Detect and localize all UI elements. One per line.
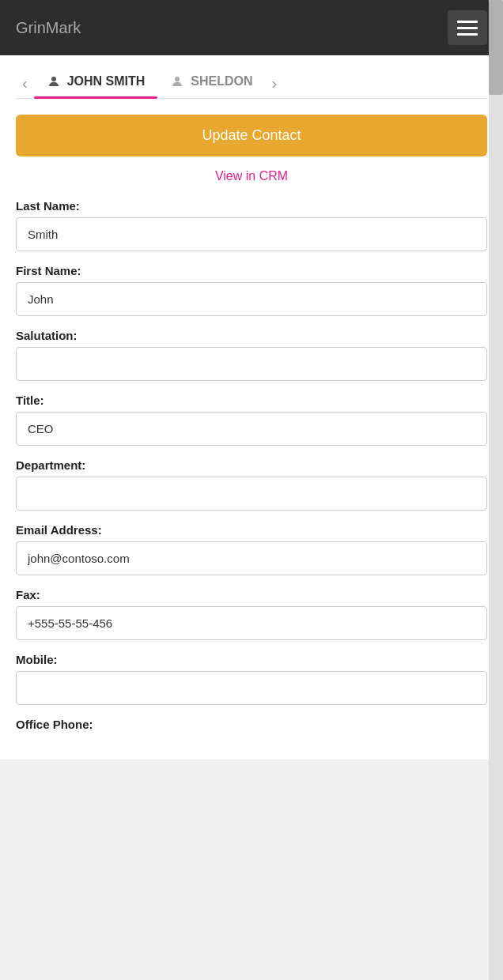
mobile-field-group: Mobile: bbox=[16, 653, 487, 705]
hamburger-menu-button[interactable] bbox=[448, 10, 487, 45]
mobile-label: Mobile: bbox=[16, 653, 487, 666]
last-name-field-group: Last Name: bbox=[16, 199, 487, 251]
scrollbar-thumb[interactable] bbox=[489, 0, 503, 95]
last-name-input[interactable] bbox=[16, 217, 487, 251]
app-logo: GrinMark bbox=[16, 19, 81, 37]
person-icon-john bbox=[47, 74, 61, 89]
tab-sheldon[interactable]: SHELDON bbox=[157, 68, 265, 98]
title-label: Title: bbox=[16, 394, 487, 407]
fax-field-group: Fax: bbox=[16, 588, 487, 640]
title-input[interactable] bbox=[16, 412, 487, 446]
svg-point-1 bbox=[175, 77, 180, 81]
hamburger-line-3 bbox=[457, 33, 478, 36]
office-phone-label: Office Phone: bbox=[16, 718, 487, 731]
email-label: Email Address: bbox=[16, 523, 487, 537]
department-label: Department: bbox=[16, 458, 487, 472]
department-input[interactable] bbox=[16, 477, 487, 511]
hamburger-line-2 bbox=[457, 27, 478, 29]
mobile-input[interactable] bbox=[16, 671, 487, 705]
scrollbar[interactable] bbox=[489, 0, 503, 980]
tab-john-smith-label: JOHN SMITH bbox=[67, 74, 146, 89]
first-name-label: First Name: bbox=[16, 264, 487, 277]
email-input[interactable] bbox=[16, 541, 487, 575]
tab-john-smith[interactable]: JOHN SMITH bbox=[34, 68, 158, 98]
fax-label: Fax: bbox=[16, 588, 487, 601]
first-name-field-group: First Name: bbox=[16, 264, 487, 316]
tab-sheldon-label: SHELDON bbox=[191, 74, 252, 89]
first-name-input[interactable] bbox=[16, 282, 487, 316]
tab-bar: ‹ JOHN SMITH SHELDON › bbox=[16, 55, 487, 99]
update-contact-button[interactable]: Update Contact bbox=[16, 115, 487, 156]
main-content: ‹ JOHN SMITH SHELDON › Update Contact bbox=[0, 55, 503, 760]
last-name-label: Last Name: bbox=[16, 199, 487, 213]
salutation-field-group: Salutation: bbox=[16, 329, 487, 381]
salutation-input[interactable] bbox=[16, 347, 487, 381]
svg-point-0 bbox=[51, 77, 56, 81]
hamburger-line-1 bbox=[457, 21, 478, 23]
fax-input[interactable] bbox=[16, 606, 487, 640]
department-field-group: Department: bbox=[16, 458, 487, 511]
view-in-crm-link[interactable]: View in CRM bbox=[16, 169, 487, 183]
email-field-group: Email Address: bbox=[16, 523, 487, 575]
title-field-group: Title: bbox=[16, 394, 487, 446]
tab-next-arrow[interactable]: › bbox=[266, 74, 284, 92]
person-icon-sheldon bbox=[170, 74, 184, 89]
office-phone-field-group: Office Phone: bbox=[16, 718, 487, 731]
salutation-label: Salutation: bbox=[16, 329, 487, 342]
app-header: GrinMark bbox=[0, 0, 503, 55]
tab-prev-arrow[interactable]: ‹ bbox=[16, 74, 34, 92]
